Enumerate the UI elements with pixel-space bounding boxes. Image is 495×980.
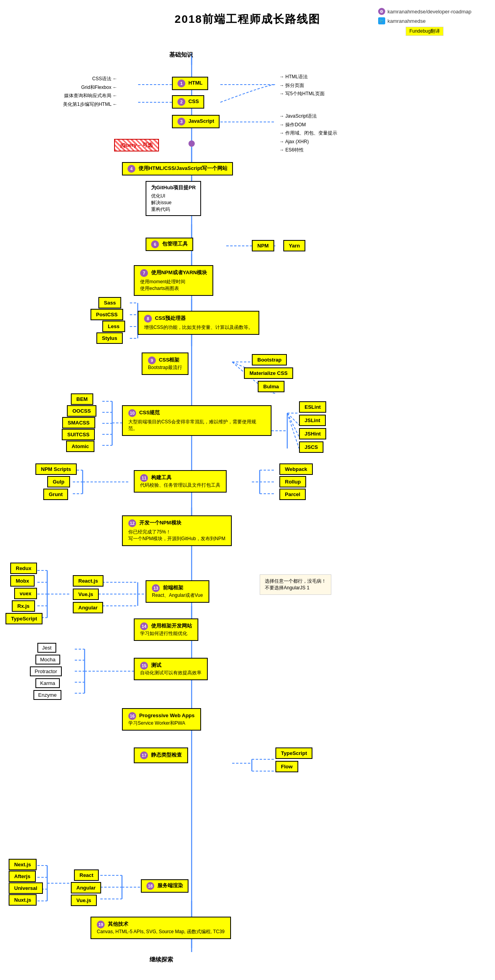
yarn-box: Yarn	[283, 240, 305, 251]
webpack-box: Webpack	[279, 463, 313, 475]
bem-box: BEM	[71, 393, 93, 405]
typescript-left-box: TypeScript	[6, 613, 42, 624]
afterjs-box: Afterjs	[9, 871, 36, 882]
parcel-box: Parcel	[279, 489, 306, 500]
materialize-box: Materialize CSS	[244, 367, 293, 379]
step6-box: 6 包管理工具	[146, 238, 193, 251]
npm-scripts-box: NPM Scripts	[35, 463, 77, 475]
nuxtjs-box: Nuxt.js	[9, 894, 37, 906]
github-label: kamranahmedse/developer-roadmap	[388, 9, 471, 15]
mobx-box: Mobx	[10, 575, 35, 587]
jshint-box: JSHint	[299, 428, 326, 439]
html-left-labels: CSS语法 ← Grid和Flexbox ← 媒体查询和响应式布局 ← 美化第1…	[63, 75, 117, 109]
css-box: 2 CSS	[172, 95, 204, 109]
fundebug-badge: Fundebug翻译	[378, 27, 471, 36]
grunt-box: Grunt	[43, 489, 68, 500]
connectors-svg	[0, 0, 495, 980]
typescript-r-box: TypeScript	[275, 747, 312, 759]
enzyme-box: Enzyme	[33, 690, 61, 700]
bootstrap-box: Bootstrap	[252, 354, 287, 365]
jslint-box: JSLint	[299, 415, 326, 426]
step8-box: 8 CSS预处理器 增强CSS的功能，比如支持变量、计算以及函数等。	[138, 311, 259, 335]
step7-box: 7 使用NPM或者YARN模块 使用moment处理时间 使用echarts画图…	[134, 265, 213, 296]
step11-box: 11 构建工具 代码校验、任务管理以及文件打包工具	[134, 470, 227, 493]
svg-point-2	[188, 140, 195, 147]
react-ssr-box: React	[74, 869, 99, 881]
nextjs-box: Next.js	[9, 859, 37, 870]
github-icon: ⚙	[378, 8, 385, 15]
header: 2018前端工程师成长路线图 ⚙ kamranahmedse/developer…	[0, 0, 495, 31]
step16-box: 16 Progressive Web Apps 学习Service Worker…	[122, 708, 201, 731]
github-row: ⚙ kamranahmedse/developer-roadmap	[378, 8, 471, 15]
vuex-box: vuex	[14, 588, 37, 599]
step17-box: 17 静态类型检查	[134, 747, 188, 763]
mocha-box: Mocha	[35, 655, 60, 664]
protractor-box: Protractor	[30, 666, 62, 676]
eslint-box: ESLint	[299, 401, 326, 413]
atomic-box: Atomic	[66, 441, 94, 452]
reactjs-box: React.js	[73, 575, 103, 587]
sass-box: Sass	[98, 297, 121, 308]
step12-box: 12 开发一个NPM模块 你已经完成了75%！ 写一个NPM模块，开源到GitH…	[122, 515, 232, 546]
step5-box: 为GitHub项目提PR 优化UI 解决issue 重构代码	[146, 181, 201, 216]
step13-note: 选择任意一个都行，没毛病！不要选择AngularJS 1	[260, 574, 331, 595]
twitter-label: kamranahmedse	[388, 18, 426, 24]
step18-box: 18 服务端渲染	[141, 879, 188, 893]
gulp-box: Gulp	[47, 476, 70, 487]
jscs-box: JSCS	[299, 441, 323, 453]
npm-box: NPM	[252, 240, 274, 251]
continue-label: 继续探索	[150, 956, 173, 963]
vuejs-ssr-box: Vue.js	[71, 895, 97, 906]
js-box: 3 JavaScript	[172, 115, 220, 128]
step10-box: 10 CSS规范 大型前端项目的CSS会变得非常混乱，难以维护，需要使用规范。	[122, 405, 272, 436]
step13-box: 13 前端框架 React、Angular或者Vue	[146, 580, 209, 603]
twitter-icon: 🐦	[378, 17, 385, 24]
postcss-box: PostCSS	[91, 309, 123, 320]
html-right-labels: → HTML语法 → 拆分页面 → 写5个纯HTML页面	[279, 73, 325, 98]
less-box: Less	[102, 321, 125, 332]
universal-box: Universal	[9, 882, 43, 894]
step14-box: 14 使用框架开发网站 学习如何进行性能优化	[134, 618, 198, 641]
suitcss-box: SUITCSS	[62, 429, 95, 440]
page-container: 2018前端工程师成长路线图 ⚙ kamranahmedse/developer…	[0, 0, 495, 31]
jest-box: Jest	[37, 643, 56, 653]
smacss-box: SMACSS	[62, 417, 95, 428]
jquery-box: jQuery – 可选	[114, 139, 159, 151]
twitter-row: 🐦 kamranahmedse	[378, 17, 471, 24]
social-links: ⚙ kamranahmedse/developer-roadmap 🐦 kamr…	[378, 8, 471, 36]
step19-box: 19 其他技术 Canvas, HTML-5 APIs, SVG, Source…	[91, 917, 231, 939]
step4-box: 4 使用HTML/CSS/JavaScript写一个网站	[122, 162, 233, 175]
angular-ssr-box: Angular	[71, 882, 101, 893]
vuejs-box: Vue.js	[73, 589, 99, 600]
js-right-labels: → JavaScript语法 → 操作DOM → 作用域、闭包、变量提示 → A…	[279, 112, 337, 155]
stylus-box: Stylus	[96, 332, 123, 344]
flow-box: Flow	[275, 761, 298, 772]
rxjs-box: Rx.js	[12, 600, 35, 612]
bulma-box: Bulma	[258, 381, 284, 392]
step9-box: 9 CSS框架 Bootstrap最流行	[142, 353, 188, 375]
karma-box: Karma	[35, 678, 60, 688]
basics-label: 基础知识	[169, 51, 193, 59]
rollup-box: Rollup	[279, 476, 306, 487]
oocss-box: OOCSS	[67, 405, 96, 417]
redux-box: Redux	[10, 563, 37, 574]
html-box: 1 HTML	[172, 77, 208, 90]
step15-box: 15 测试 自动化测试可以有效提高效率	[134, 658, 208, 680]
angular-box: Angular	[73, 602, 103, 613]
